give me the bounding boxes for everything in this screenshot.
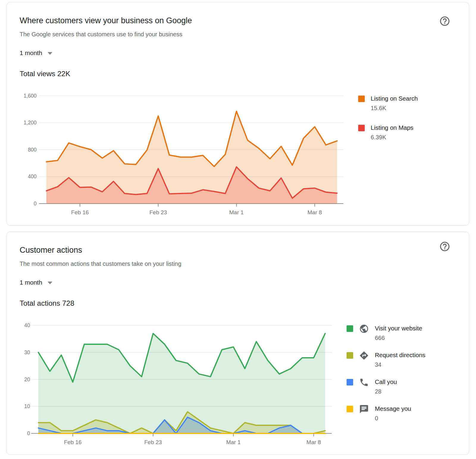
card-subtitle: The Google services that customers use t… xyxy=(20,31,182,38)
legend-swatch-directions xyxy=(347,352,353,359)
legend-label: Visit your website xyxy=(375,325,422,332)
legend-value: 34 xyxy=(375,361,425,368)
legend-item-maps: Listing on Maps 6.39K xyxy=(358,124,418,141)
legend-value: 666 xyxy=(375,335,422,341)
x-axis-tick-label: Mar 8 xyxy=(306,439,321,445)
x-axis-tick-label: Feb 23 xyxy=(149,209,167,216)
y-axis-tick-label: 30 xyxy=(24,349,30,355)
x-axis-tick-label: Feb 16 xyxy=(64,439,82,445)
legend-label: Call you xyxy=(375,378,397,385)
period-label: 1 month xyxy=(20,279,42,286)
chevron-down-icon xyxy=(48,282,52,284)
legend-value: 0 xyxy=(375,415,411,422)
x-axis-tick-label: Mar 1 xyxy=(226,439,241,445)
y-axis-tick-label: 800 xyxy=(28,147,37,153)
legend-swatch-message xyxy=(347,406,353,412)
globe-icon xyxy=(359,324,369,334)
insights-page: { "page": {"background": "#FFFFFF", "car… xyxy=(0,0,476,459)
legend-swatch-search xyxy=(358,96,365,102)
views-card: Where customers view your business on Go… xyxy=(7,2,469,226)
phone-icon xyxy=(359,377,369,387)
y-axis-tick-label: 400 xyxy=(28,174,37,179)
legend-swatch-maps xyxy=(358,125,365,131)
actions-legend: Visit your website 666 Request direction… xyxy=(347,325,425,422)
legend-swatch-call xyxy=(347,379,353,385)
x-axis-tick-label: Feb 16 xyxy=(71,209,89,216)
area-visit-your-website xyxy=(38,333,325,433)
y-axis-tick-label: 40 xyxy=(24,322,30,328)
help-icon xyxy=(439,15,450,27)
chevron-down-icon xyxy=(48,52,52,55)
directions-icon xyxy=(359,351,369,360)
x-axis-tick-label: Mar 8 xyxy=(308,209,322,216)
legend-label: Listing on Maps xyxy=(371,124,414,131)
help-button[interactable] xyxy=(439,241,450,252)
help-button[interactable] xyxy=(439,15,450,27)
legend-value: 28 xyxy=(375,388,397,395)
views-legend: Listing on Search 15.6K Listing on Maps … xyxy=(358,95,418,141)
legend-item-call: Call you 28 xyxy=(347,378,425,395)
legend-label: Request directions xyxy=(375,352,425,359)
legend-label: Message you xyxy=(375,405,411,412)
x-axis-tick-label: Feb 23 xyxy=(144,439,162,445)
y-axis-tick-label: 0 xyxy=(34,201,37,207)
legend-item-search: Listing on Search 15.6K xyxy=(358,95,418,112)
message-icon xyxy=(359,404,369,414)
legend-item-website: Visit your website 666 xyxy=(347,325,425,341)
y-axis-tick-label: 1,600 xyxy=(24,93,37,99)
legend-item-directions: Request directions 34 xyxy=(347,352,425,368)
legend-value: 6.39K xyxy=(371,134,414,141)
legend-item-message: Message you 0 xyxy=(347,405,425,422)
legend-swatch-website xyxy=(347,325,353,332)
legend-value: 15.6K xyxy=(371,105,418,112)
card-title: Customer actions xyxy=(20,246,82,255)
y-axis-tick-label: 10 xyxy=(24,403,30,409)
help-icon xyxy=(439,241,450,252)
actions-card: Customer actions The most common actions… xyxy=(7,232,469,455)
y-axis-tick-label: 0 xyxy=(27,430,30,436)
y-axis-tick-label: 1,200 xyxy=(24,120,37,126)
period-selector[interactable]: 1 month xyxy=(20,49,52,57)
y-axis-tick-label: 20 xyxy=(24,377,30,382)
period-label: 1 month xyxy=(20,49,42,57)
card-subtitle: The most common actions that customers t… xyxy=(20,260,181,267)
legend-label: Listing on Search xyxy=(371,95,418,102)
total-actions-label: Total actions 728 xyxy=(20,299,74,307)
x-axis-tick-label: Mar 1 xyxy=(229,209,244,216)
card-title: Where customers view your business on Go… xyxy=(20,16,192,25)
total-views-label: Total views 22K xyxy=(20,70,70,78)
period-selector[interactable]: 1 month xyxy=(20,279,52,286)
